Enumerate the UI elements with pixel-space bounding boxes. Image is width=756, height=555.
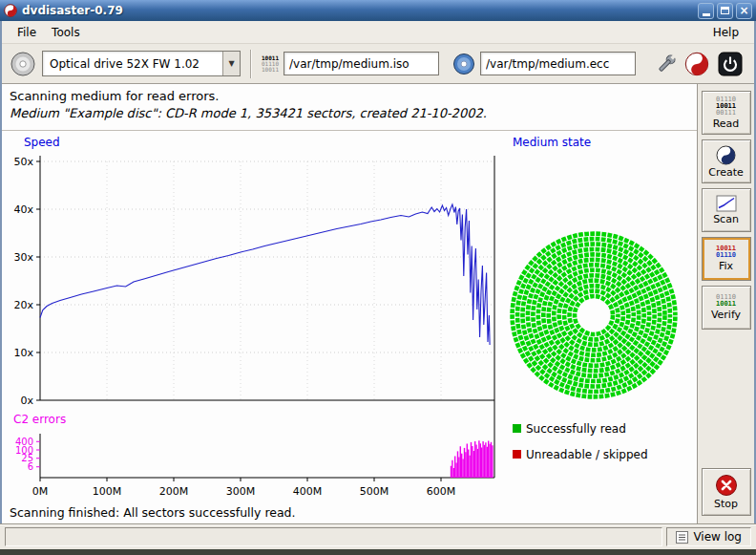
app-icon <box>4 4 17 17</box>
scan-button[interactable]: Scan <box>702 188 751 232</box>
menu-tools[interactable]: Tools <box>44 23 88 42</box>
scan-chart-icon <box>716 195 737 212</box>
status-line: Scanning medium for read errors. <box>10 89 689 103</box>
quit-power-icon[interactable] <box>718 52 743 76</box>
svg-text:Unreadable / skipped: Unreadable / skipped <box>526 448 648 461</box>
scan-charts: 0M100M200M300M400M500M600M0x10x20x30x40x… <box>0 134 697 508</box>
view-log-button[interactable]: View log <box>666 527 751 546</box>
stop-button-label: Stop <box>714 498 738 510</box>
toolbar: Optical drive 52X FW 1.02 ▼ 10011 01110 … <box>2 44 754 84</box>
close-button[interactable]: × <box>736 3 752 19</box>
create-button[interactable]: Create <box>702 139 751 183</box>
toolbar-separator <box>250 50 252 78</box>
maximize-button[interactable] <box>717 3 733 19</box>
maximize-icon <box>721 7 729 14</box>
statusbar-panel <box>5 527 662 546</box>
svg-text:100M: 100M <box>93 485 122 498</box>
window-frame-bottom <box>0 549 756 555</box>
svg-text:Medium state: Medium state <box>513 136 591 149</box>
svg-text:600M: 600M <box>427 485 456 498</box>
minimize-icon <box>703 13 710 16</box>
read-button-label: Read <box>713 117 740 130</box>
scan-button-label: Scan <box>713 213 739 225</box>
fix-button-label: Fix <box>719 260 733 272</box>
svg-text:6: 6 <box>28 461 33 472</box>
svg-text:C2 errors: C2 errors <box>13 413 66 426</box>
menu-file[interactable]: File <box>10 23 44 42</box>
stop-button[interactable]: Stop <box>702 468 751 516</box>
menubar: File Tools Help <box>2 21 754 44</box>
chevron-down-icon[interactable]: ▼ <box>222 52 240 75</box>
svg-text:0x: 0x <box>20 395 33 407</box>
dvdisaster-logo-icon[interactable] <box>684 52 709 76</box>
svg-text:30x: 30x <box>13 251 33 264</box>
yin-yang-icon <box>716 145 736 165</box>
action-sidebar: 01110 10011 00111 Read Create Scan 10011… <box>697 84 754 523</box>
svg-text:0M: 0M <box>32 485 49 498</box>
svg-text:20x: 20x <box>13 299 33 311</box>
create-button-label: Create <box>708 166 744 179</box>
read-button[interactable]: 01110 10011 00111 Read <box>702 91 751 135</box>
minimize-button[interactable] <box>698 3 714 19</box>
preferences-wrench-icon[interactable] <box>654 52 679 76</box>
iso-image-icon: 10011 01110 10011 <box>262 55 279 73</box>
svg-text:Speed: Speed <box>24 136 60 149</box>
svg-text:10x: 10x <box>13 347 33 359</box>
svg-text:Successfully read: Successfully read <box>526 422 626 436</box>
binary-fix-icon: 10011 01110 <box>716 245 736 259</box>
log-icon <box>676 531 688 544</box>
svg-text:200M: 200M <box>159 485 189 498</box>
bottom-statusbar: View log <box>0 523 756 549</box>
window-frame-left <box>0 0 2 555</box>
ecc-file-icon <box>452 53 475 75</box>
app-window: dvdisaster-0.79 × File Tools Help Optica… <box>0 0 756 555</box>
view-log-label: View log <box>693 530 742 544</box>
drive-disc-icon <box>10 51 36 77</box>
ecc-path-input[interactable] <box>480 52 636 75</box>
finish-status: Scanning finished: All sectors successfu… <box>10 505 296 520</box>
fix-button[interactable]: 10011 01110 Fix <box>702 237 751 281</box>
verify-button[interactable]: 01110 10011 Verify <box>702 286 751 330</box>
verify-button-label: Verify <box>711 309 741 321</box>
window-title: dvdisaster-0.79 <box>22 4 695 17</box>
iso-path-input[interactable] <box>284 52 439 75</box>
svg-text:40x: 40x <box>13 203 33 216</box>
titlebar[interactable]: dvdisaster-0.79 × <box>0 0 756 21</box>
svg-text:400M: 400M <box>293 485 323 498</box>
binary-read-icon: 01110 10011 00111 <box>716 96 736 117</box>
binary-verify-icon: 01110 10011 <box>716 294 736 308</box>
svg-text:50x: 50x <box>13 156 33 168</box>
drive-select-combo[interactable]: Optical drive 52X FW 1.02 ▼ <box>42 51 241 76</box>
stop-icon <box>715 474 738 497</box>
status-header: Scanning medium for read errors. Medium … <box>2 84 697 131</box>
drive-select-value: Optical drive 52X FW 1.02 <box>43 57 222 71</box>
svg-text:500M: 500M <box>360 485 389 498</box>
medium-info-line: Medium "Example disc": CD-R mode 1, 3534… <box>10 106 689 120</box>
menu-help[interactable]: Help <box>705 23 746 42</box>
svg-text:300M: 300M <box>226 485 256 498</box>
